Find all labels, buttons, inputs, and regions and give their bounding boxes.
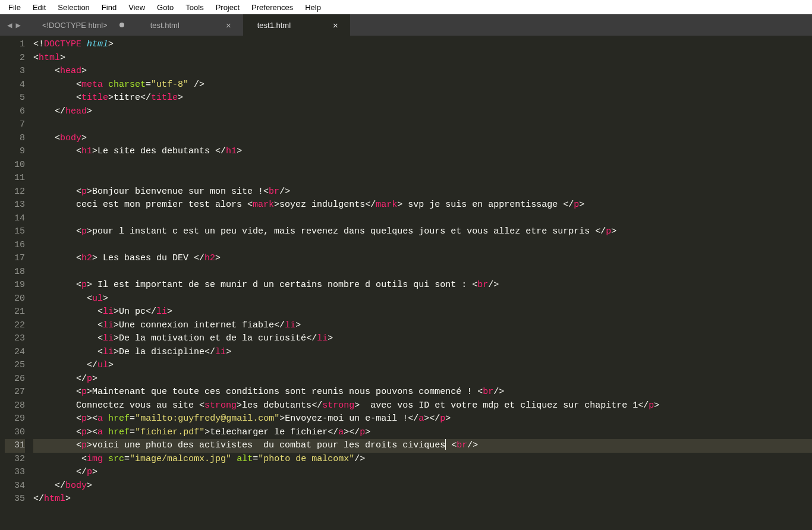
line-number: 14 <box>5 212 25 226</box>
code-line: <!DOCTYPE html> <box>33 38 812 52</box>
line-number: 4 <box>5 78 25 92</box>
line-gutter: 1234567891011121314151617181920212223242… <box>0 36 33 530</box>
line-number: 7 <box>5 118 25 132</box>
line-number: 1 <box>5 38 25 52</box>
code-line: </p> <box>33 466 812 479</box>
code-line: <p>pour l instant c est un peu vide, mai… <box>33 225 812 239</box>
menu-find[interactable]: Find <box>96 2 122 13</box>
line-number: 3 <box>5 65 25 78</box>
line-number: 32 <box>5 453 25 466</box>
code-line: ceci est mon premier test alors <mark>so… <box>33 198 812 212</box>
line-number: 29 <box>5 412 25 426</box>
code-line: </html> <box>33 493 812 506</box>
code-line: </head> <box>33 105 812 119</box>
code-line: <body> <box>33 132 812 146</box>
tab[interactable]: test.html× <box>136 14 243 36</box>
code-line: <h2> Les bases du DEV </h2> <box>33 252 812 266</box>
tab[interactable]: test1.html× <box>243 14 350 36</box>
code-line: <li>De la motivation et de la curiosité<… <box>33 332 812 346</box>
line-number: 33 <box>5 466 25 479</box>
code-line <box>33 212 812 226</box>
tabs-container: <!DOCTYPE html>test.html×test1.html× <box>28 14 350 36</box>
code-line: Connectez vous au site <strong>les debut… <box>33 399 812 413</box>
line-number: 9 <box>5 145 25 159</box>
line-number: 26 <box>5 373 25 386</box>
line-number: 30 <box>5 426 25 440</box>
line-number: 34 <box>5 479 25 493</box>
tab-label: test1.html <box>257 21 291 30</box>
line-number: 17 <box>5 252 25 266</box>
menu-edit[interactable]: Edit <box>27 2 52 13</box>
code-line: </p> <box>33 373 812 386</box>
nav-forward-icon[interactable]: ▶ <box>15 20 20 30</box>
line-number: 13 <box>5 198 25 212</box>
nav-back-icon[interactable]: ◀ <box>7 20 12 30</box>
line-number: 28 <box>5 399 25 413</box>
line-number: 8 <box>5 132 25 146</box>
menu-preferences[interactable]: Preferences <box>246 2 299 13</box>
code-line: <html> <box>33 52 812 65</box>
menu-goto[interactable]: Goto <box>151 2 180 13</box>
line-number: 19 <box>5 279 25 292</box>
tab-nav: ◀ ▶ <box>0 14 28 36</box>
code-line: <p><a href="fichier.pdf">telecharger le … <box>33 426 812 440</box>
code-line: <li>De la discipline</li> <box>33 346 812 359</box>
code-line: <p> Il est important de se munir d un ce… <box>33 279 812 292</box>
line-number: 5 <box>5 92 25 105</box>
line-number: 11 <box>5 172 25 185</box>
line-number: 24 <box>5 346 25 359</box>
code-line: <head> <box>33 65 812 78</box>
line-number: 15 <box>5 225 25 239</box>
line-number: 35 <box>5 493 25 506</box>
code-line <box>33 172 812 185</box>
line-number: 2 <box>5 52 25 65</box>
line-number: 23 <box>5 332 25 346</box>
line-number: 20 <box>5 292 25 306</box>
code-line <box>33 159 812 172</box>
line-number: 16 <box>5 239 25 253</box>
tab-label: <!DOCTYPE html> <box>42 21 108 30</box>
code-line: <p><a href="mailto:guyfredy@gmail.com">E… <box>33 412 812 426</box>
menu-bar: FileEditSelectionFindViewGotoToolsProjec… <box>0 0 812 14</box>
close-icon[interactable]: × <box>226 20 231 30</box>
close-icon[interactable]: × <box>333 20 338 30</box>
code-line: <meta charset="utf-8" /> <box>33 78 812 92</box>
code-line: <p>Bonjour bienvenue sur mon site !<br/> <box>33 185 812 199</box>
code-line: </ul> <box>33 359 812 373</box>
line-number: 10 <box>5 159 25 172</box>
line-number: 25 <box>5 359 25 373</box>
dirty-indicator-icon <box>119 23 124 27</box>
menu-help[interactable]: Help <box>299 2 327 13</box>
code-line: <ul> <box>33 292 812 306</box>
code-line: <p>Maintenant que toute ces conditions s… <box>33 386 812 399</box>
code-line: <h1>Le site des debutants </h1> <box>33 145 812 159</box>
code-line: <li>Une connexion internet fiable</li> <box>33 319 812 333</box>
code-line <box>33 118 812 132</box>
code-line <box>33 239 812 253</box>
menu-file[interactable]: File <box>2 2 27 13</box>
line-number: 6 <box>5 105 25 119</box>
tab[interactable]: <!DOCTYPE html> <box>28 14 136 36</box>
menu-project[interactable]: Project <box>210 2 246 13</box>
code-line: <p>voici une photo des activistes du com… <box>33 439 812 453</box>
line-number: 27 <box>5 386 25 399</box>
code-line: </body> <box>33 479 812 493</box>
line-number: 12 <box>5 185 25 199</box>
code-line <box>33 266 812 279</box>
menu-tools[interactable]: Tools <box>180 2 209 13</box>
line-number: 31 <box>5 439 25 453</box>
editor: 1234567891011121314151617181920212223242… <box>0 36 812 530</box>
line-number: 22 <box>5 319 25 333</box>
code-line: <li>Un pc</li> <box>33 305 812 319</box>
line-number: 18 <box>5 266 25 279</box>
menu-selection[interactable]: Selection <box>52 2 95 13</box>
tab-label: test.html <box>150 21 180 30</box>
line-number: 21 <box>5 305 25 319</box>
code-line: <title>titre</title> <box>33 92 812 105</box>
tab-bar: ◀ ▶ <!DOCTYPE html>test.html×test1.html× <box>0 14 812 36</box>
code-line: <img src="image/malcomx.jpg" alt="photo … <box>33 453 812 466</box>
code-area[interactable]: <!DOCTYPE html><html> <head> <meta chars… <box>33 36 812 530</box>
menu-view[interactable]: View <box>122 2 151 13</box>
